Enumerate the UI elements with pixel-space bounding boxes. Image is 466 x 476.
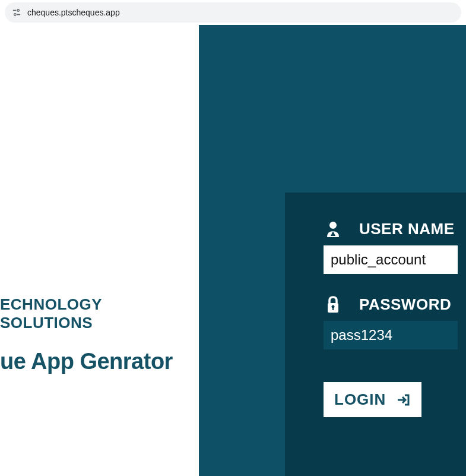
username-input[interactable]: [324, 245, 458, 274]
login-arrow-icon: [397, 393, 411, 407]
headings: ECHNOLOGY SOLUTIONS ue App Genrator: [0, 295, 199, 374]
svg-rect-0: [13, 10, 16, 11]
lock-icon: [324, 295, 343, 314]
right-pane: USER NAME PASSWORD: [199, 25, 466, 476]
left-pane: ECHNOLOGY SOLUTIONS ue App Genrator: [0, 25, 199, 476]
page-content: ECHNOLOGY SOLUTIONS ue App Genrator USER…: [0, 25, 466, 476]
url-text: cheques.ptscheques.app: [27, 8, 120, 17]
login-button-label: LOGIN: [334, 390, 386, 409]
user-icon: [324, 219, 343, 238]
username-section: USER NAME: [324, 219, 466, 274]
password-label: PASSWORD: [359, 295, 451, 314]
login-button[interactable]: LOGIN: [324, 382, 421, 417]
heading-app-name: ue App Genrator: [0, 349, 199, 374]
password-section: PASSWORD: [324, 295, 466, 349]
heading-company: ECHNOLOGY SOLUTIONS: [0, 295, 199, 332]
site-settings-icon[interactable]: [12, 8, 21, 17]
password-input[interactable]: [324, 321, 458, 349]
svg-point-1: [17, 10, 20, 12]
username-label-row: USER NAME: [324, 219, 466, 238]
address-bar[interactable]: cheques.ptscheques.app: [5, 2, 461, 23]
svg-rect-2: [17, 14, 20, 15]
svg-point-4: [329, 222, 337, 229]
password-label-row: PASSWORD: [324, 295, 466, 314]
username-label: USER NAME: [359, 220, 455, 238]
svg-rect-7: [332, 307, 334, 310]
svg-point-3: [14, 14, 17, 16]
login-box: USER NAME PASSWORD: [285, 193, 466, 476]
